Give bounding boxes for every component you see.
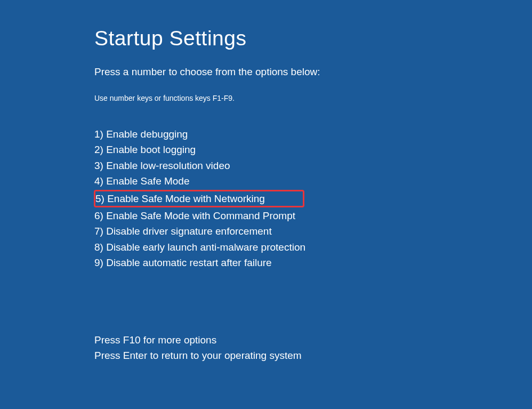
option-enable-low-resolution-video[interactable]: 3) Enable low-resolution video <box>94 158 532 173</box>
option-enable-boot-logging[interactable]: 2) Enable boot logging <box>94 142 532 157</box>
option-disable-auto-restart[interactable]: 9) Disable automatic restart after failu… <box>94 255 532 270</box>
option-enable-safe-mode[interactable]: 4) Enable Safe Mode <box>94 173 532 189</box>
instruction-subtitle: Press a number to choose from the option… <box>94 66 532 78</box>
return-os-hint: Press Enter to return to your operating … <box>94 348 532 363</box>
option-disable-driver-signature[interactable]: 7) Disable driver signature enforcement <box>94 223 532 239</box>
option-enable-safe-mode-command-prompt[interactable]: 6) Enable Safe Mode with Command Prompt <box>94 208 532 223</box>
option-enable-safe-mode-networking[interactable]: 5) Enable Safe Mode with Networking <box>94 190 304 207</box>
option-disable-anti-malware[interactable]: 8) Disable early launch anti-malware pro… <box>94 239 532 255</box>
option-enable-debugging[interactable]: 1) Enable debugging <box>94 126 532 142</box>
startup-settings-screen: Startup Settings Press a number to choos… <box>0 0 532 363</box>
boot-options-list: 1) Enable debugging 2) Enable boot loggi… <box>94 126 532 271</box>
keyboard-hint: Use number keys or functions keys F1-F9. <box>94 94 532 102</box>
page-title: Startup Settings <box>94 27 532 50</box>
footer-instructions: Press F10 for more options Press Enter t… <box>94 332 532 364</box>
more-options-hint: Press F10 for more options <box>94 332 532 348</box>
